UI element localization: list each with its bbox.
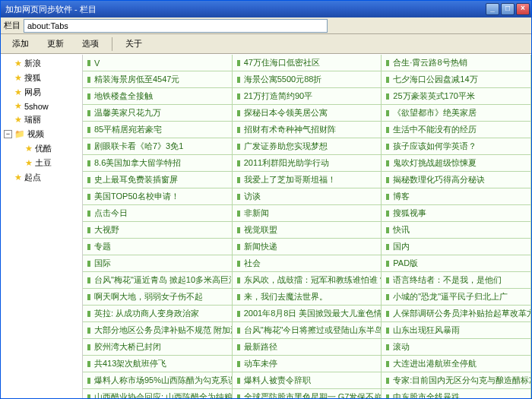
headline-cell[interactable]: 胶州湾大桥已封闭 [83,339,233,356]
headline-cell[interactable]: 大视野 [83,222,233,239]
headline-text: 英拉: 从成功商人变身政治家 [94,308,199,319]
headline-cell[interactable]: 广发证券助您实现梦想 [233,138,382,155]
bullet-icon [87,110,90,116]
update-button[interactable]: 更新 [39,36,72,52]
headline-cell[interactable]: 2001年8月8日 美国掀毁最大儿童色情网站 [233,306,382,322]
headline-text: 搜狐视事 [393,207,426,219]
headline-cell[interactable]: 专家:目前国内无区分勾克与酿造醋标准 [382,372,531,389]
headline-cell[interactable]: 孩子应该如何学英语？ [382,138,531,155]
headline-cell[interactable]: 85平精居宛若豪宅 [83,122,233,138]
headline-text: 啊天啊大地，弱弱女子伤不起 [94,291,203,302]
headline-cell[interactable]: 滚动 [382,339,531,356]
headline-cell[interactable]: 国际 [83,255,233,272]
sidebar-item-3[interactable]: ★5show [2,100,81,112]
headline-cell[interactable]: 《欲望都市》绝美家居 [382,105,531,122]
headline-cell[interactable]: 点击今日 [83,205,233,222]
headline-cell[interactable]: 小城的"恐龙"逼平民子归北上广 [382,289,531,306]
headline-cell[interactable]: 来，我们去魔法世界。 [233,289,382,306]
headline-text: 山东出现狂风暴雨 [393,325,460,336]
headline-cell[interactable]: 25万豪装英式170平米 [382,88,531,105]
headline-cell[interactable]: 精装海景房低至4547元 [83,71,233,88]
headline-cell[interactable]: PAD版 [382,255,531,272]
sidebar-item-label: 搜狐 [24,72,41,84]
headline-cell[interactable]: 47万住海口低密社区 [233,55,382,71]
headline-cell[interactable]: 视觉联盟 [233,222,382,239]
headline-cell[interactable]: 合生·霄云路8号热销 [382,55,531,71]
headline-cell[interactable]: 全球严防股市黑色星期一 G7发保不崩盘 [233,389,382,398]
headline-cell[interactable]: 大部分地区公务员津补贴不规范 附加津补贴 [83,322,233,339]
headline-cell[interactable]: 中东股市全线暴跌 [382,389,531,398]
headline-cell[interactable]: V [83,55,233,71]
address-input[interactable] [24,19,328,33]
headline-cell[interactable]: 台风"梅花"今日将擦过或登陆山东半岛 [233,322,382,339]
headline-cell[interactable]: 国内 [382,239,531,255]
sidebar-item-0[interactable]: ★新浪 [2,56,81,71]
headline-cell[interactable]: 社会 [233,255,382,272]
about-button[interactable]: 关于 [117,36,150,52]
headline-cell[interactable]: 快讯 [382,222,531,239]
content-area: ★新浪★搜狐★网易★5show★瑞丽−📁视频★优酷★土豆★起点 V47万住海口低… [1,54,531,398]
headline-cell[interactable]: 英拉: 从成功商人变身政治家 [83,306,233,322]
sidebar-item-4[interactable]: ★瑞丽 [2,112,81,127]
headline-text: 胶州湾大桥已封闭 [94,341,161,353]
headline-cell[interactable]: 搜狐视事 [382,205,531,222]
headline-cell[interactable]: 爆料人被责令辞职 [233,372,382,389]
headline-cell[interactable]: 山东出现狂风暴雨 [382,322,531,339]
headline-cell[interactable]: 新闻快递 [233,239,382,255]
headline-cell[interactable]: 温馨美家只花九万 [83,105,233,122]
headline-cell[interactable]: 生活中不能没有的经历 [382,122,531,138]
headline-cell[interactable]: 海景公寓5500元88折 [233,71,382,88]
close-button[interactable]: × [516,3,530,15]
headline-cell[interactable]: 最新路径 [233,339,382,356]
headline-cell[interactable]: 8.6美国加拿大留学特招 [83,155,233,172]
bullet-icon [386,60,389,66]
sidebar-item-8[interactable]: ★起点 [2,170,81,185]
headline-cell[interactable]: 访谈 [233,188,382,205]
headline-cell[interactable]: 剧眼联卡看《哈7》3免1 [83,138,233,155]
bullet-icon [87,194,90,200]
headline-cell[interactable]: 台风"梅花"逼近青岛 掀起10多米高巨浪 [83,272,233,289]
bullet-icon [237,211,240,217]
headline-cell[interactable]: 我爱上了芝加哥斯坦福！ [233,172,382,188]
headline-cell[interactable]: 美国TOP50名校申请！ [83,188,233,205]
address-bar: 栏目 [1,17,531,34]
bullet-icon [237,261,240,267]
headline-cell[interactable]: 人保部调研公务员津补贴拾起草改革方案 [382,306,531,322]
headline-cell[interactable]: 博客 [382,188,531,205]
headline-cell[interactable]: 招财有术奇种神气招财阵 [233,122,382,138]
headline-cell[interactable]: 动车未停 [233,356,382,372]
headline-cell[interactable]: 鬼吹灯挑战超级惊悚夏 [382,155,531,172]
sidebar-item-7[interactable]: ★土豆 [2,156,81,170]
minimize-button[interactable]: _ [486,3,499,15]
headline-text: 史上最耳免费装插窗屏 [94,174,178,185]
sidebar-item-label: 优酷 [35,143,52,154]
tree-toggle-icon[interactable]: − [4,130,12,138]
headline-cell[interactable]: 共413架次航班停飞 [83,356,233,372]
headline-cell[interactable]: 语言终结者：不是我，是他们 [382,272,531,289]
maximize-button[interactable]: □ [501,3,515,15]
headline-cell[interactable]: 史上最耳免费装插窗屏 [83,172,233,188]
sidebar-item-2[interactable]: ★网易 [2,85,81,100]
headline-cell[interactable]: 七夕海口公园盘减14万 [382,71,531,88]
headline-cell[interactable]: 专题 [83,239,233,255]
headline-cell[interactable]: 大连进出港航班全停航 [382,356,531,372]
headline-cell[interactable]: 非新闻 [233,205,382,222]
titlebar: 加加网页同步软件 - 栏目 _ □ × [1,1,531,17]
headline-cell[interactable]: 东风吹，战鼓擂：冠军和教练谁怕谁？ [233,272,382,289]
options-button[interactable]: 选项 [74,36,107,52]
headline-cell[interactable]: 山西醋业协会回应: 山西陈醋全为纯粮酿造 [83,389,233,398]
headline-text: 专题 [94,241,111,252]
sidebar-item-5[interactable]: −📁视频 [2,127,81,141]
bullet-icon [237,194,240,200]
headline-cell[interactable]: 啊天啊大地，弱弱女子伤不起 [83,289,233,306]
headline-cell[interactable]: 揭秘数理化巧得高分秘诀 [382,172,531,188]
add-button[interactable]: 添加 [4,36,37,52]
headline-cell[interactable]: 地铁楼盘全接触 [83,88,233,105]
headline-text: 25万豪装英式170平米 [393,90,475,102]
headline-cell[interactable]: 爆料人称市场95%山西陈醋为勾克系误读 [83,372,233,389]
headline-cell[interactable]: 21万打造简约90平 [233,88,382,105]
headline-cell[interactable]: 2011利群阳光助学行动 [233,155,382,172]
sidebar-item-6[interactable]: ★优酷 [2,141,81,156]
headline-cell[interactable]: 探秘日本令领美居公寓 [233,105,382,122]
sidebar-item-1[interactable]: ★搜狐 [2,71,81,85]
